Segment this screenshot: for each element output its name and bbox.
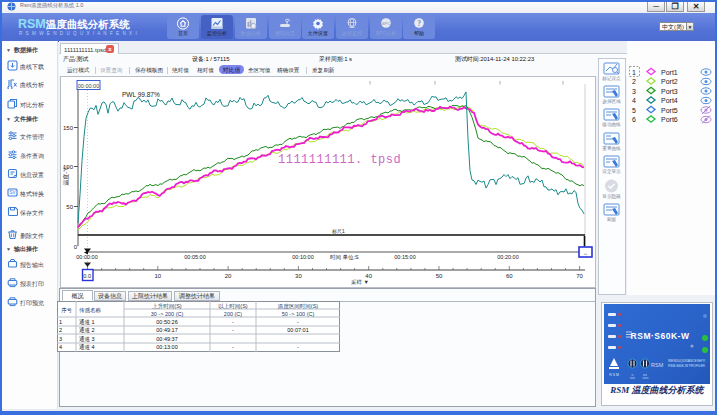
svg-text:6: 6 (632, 116, 636, 123)
svg-text:RSM: RSM (651, 362, 664, 368)
svg-text:温度-℃: 温度-℃ (62, 166, 70, 186)
svg-text:RSM·S60K-W: RSM·S60K-W (631, 331, 690, 341)
svg-text:Port4: Port4 (661, 97, 678, 104)
svg-text:时间 单位:S: 时间 单位:S (330, 254, 359, 261)
svg-text:移动曲线: 移动曲线 (601, 122, 621, 128)
svg-text:-: - (232, 327, 234, 333)
svg-text:↔: ↔ (583, 250, 588, 256)
svg-text:30: 30 (295, 273, 302, 279)
svg-text:传感名称: 传感名称 (79, 307, 102, 313)
svg-text:选择区域: 选择区域 (602, 99, 621, 105)
svg-text:10: 10 (154, 273, 161, 279)
svg-text:-: - (232, 344, 234, 350)
svg-text:50 -> 100 (C): 50 -> 100 (C) (282, 311, 315, 317)
svg-text:显示隐藏: 显示隐藏 (601, 193, 621, 200)
svg-text:0.0: 0.0 (83, 273, 91, 279)
svg-text:50: 50 (66, 204, 73, 210)
svg-text:5: 5 (632, 107, 636, 114)
svg-text:2: 2 (59, 327, 62, 333)
svg-text:3: 3 (59, 336, 62, 342)
svg-text:4: 4 (632, 97, 636, 104)
svg-text:00:20:00: 00:20:00 (497, 254, 518, 260)
svg-text:通道 1: 通道 1 (79, 318, 95, 325)
svg-text:SPC: SPC (382, 21, 391, 26)
svg-text:-: - (297, 319, 299, 325)
svg-text:Port2: Port2 (661, 78, 678, 85)
svg-text:WENDUQUXIANCESHIYI: WENDUQUXIANCESHIYI (668, 359, 705, 363)
svg-text:00:00:00: 00:00:00 (76, 254, 97, 260)
svg-text:30 -> 200 (C): 30 -> 200 (C) (151, 311, 184, 317)
svg-text:刷新: 刷新 (607, 216, 617, 222)
svg-text:以上时间(S): 以上时间(S) (218, 303, 248, 310)
svg-text:40: 40 (365, 273, 372, 279)
svg-text:00:10:00: 00:10:00 (292, 254, 313, 260)
svg-text:通道 2: 通道 2 (79, 326, 95, 333)
svg-text:重置曲线: 重置曲线 (602, 145, 621, 152)
svg-text:Port5: Port5 (661, 107, 678, 114)
svg-text:00:15:00: 00:15:00 (394, 254, 415, 260)
svg-text:00:50:26: 00:50:26 (156, 319, 177, 325)
svg-text:序号: 序号 (61, 307, 73, 314)
svg-text:4: 4 (59, 344, 62, 350)
svg-text:RSM-S60K-W PROFILER: RSM-S60K-W PROFILER (668, 364, 706, 368)
svg-text:Port3: Port3 (661, 88, 678, 95)
svg-text:PWL 99.87%: PWL 99.87% (122, 91, 160, 98)
svg-text:20: 20 (225, 273, 232, 279)
svg-text:3: 3 (632, 88, 636, 95)
svg-text:1111111111. tpsd: 1111111111. tpsd (278, 153, 401, 167)
svg-text:60: 60 (506, 273, 513, 279)
svg-text:标记设点: 标记设点 (601, 75, 621, 82)
svg-text:50: 50 (436, 273, 443, 279)
svg-text:SV: SV (9, 190, 15, 195)
svg-text:1: 1 (59, 319, 62, 325)
svg-text:2: 2 (632, 78, 636, 85)
svg-text:00:49:37: 00:49:37 (156, 336, 177, 342)
svg-text:通道 4: 通道 4 (79, 343, 95, 350)
svg-text:1: 1 (632, 69, 636, 76)
svg-text:-: - (297, 344, 299, 350)
svg-text:通道 3: 通道 3 (79, 335, 95, 342)
svg-text:00:49:17: 00:49:17 (156, 327, 177, 333)
svg-text:00:05:00: 00:05:00 (184, 254, 205, 260)
svg-text:-: - (232, 319, 234, 325)
svg-text:R S M: R S M (609, 373, 619, 377)
svg-text:Port1: Port1 (661, 69, 678, 76)
svg-text:标尺1: 标尺1 (331, 228, 345, 235)
svg-text:00:07:01: 00:07:01 (287, 327, 308, 333)
svg-text:设定显示: 设定显示 (602, 168, 621, 175)
svg-text:Port6: Port6 (661, 116, 678, 123)
svg-text:温度区间时间(S): 温度区间时间(S) (278, 303, 319, 310)
svg-text:200 (C): 200 (C) (224, 311, 243, 317)
svg-text:上升时间(S): 上升时间(S) (152, 303, 182, 310)
svg-text:70: 70 (576, 273, 583, 279)
svg-text:00:13:00: 00:13:00 (156, 344, 177, 350)
svg-text:?: ? (417, 19, 421, 28)
svg-text:150: 150 (63, 125, 74, 131)
svg-text:00:00:00: 00:00:00 (78, 83, 99, 89)
svg-text:采样 ▼: 采样 ▼ (351, 279, 369, 285)
